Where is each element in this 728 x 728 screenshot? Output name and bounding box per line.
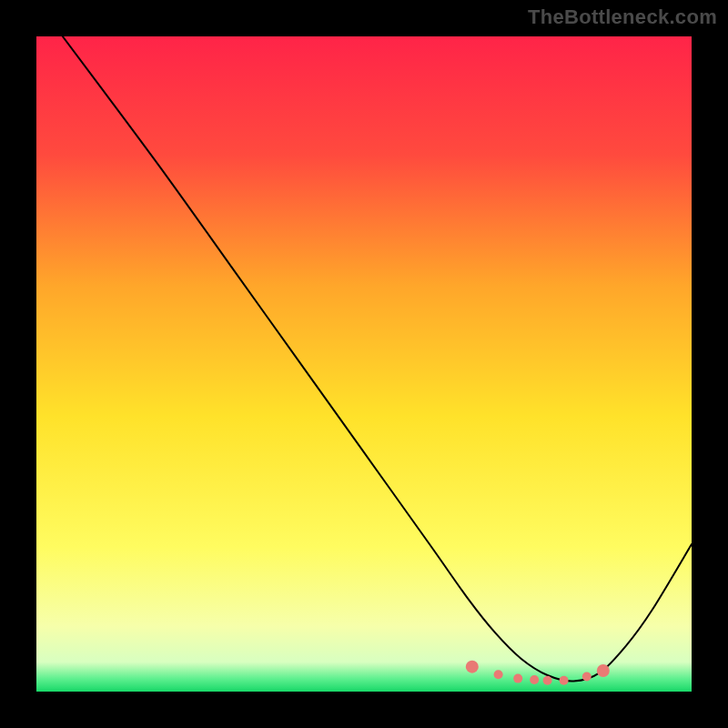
plot-area (36, 36, 692, 692)
chart-frame: TheBottleneck.com (0, 0, 728, 728)
bottleneck-chart (36, 36, 692, 692)
optimal-marker (582, 672, 592, 681)
optimal-marker (513, 674, 522, 683)
optimal-marker (560, 676, 569, 685)
gradient-background (36, 36, 692, 692)
optimal-marker (543, 676, 552, 685)
watermark-text: TheBottleneck.com (528, 5, 717, 29)
optimal-marker (494, 670, 503, 679)
optimal-marker (597, 664, 610, 677)
optimal-marker (466, 661, 479, 673)
optimal-marker (530, 675, 539, 684)
